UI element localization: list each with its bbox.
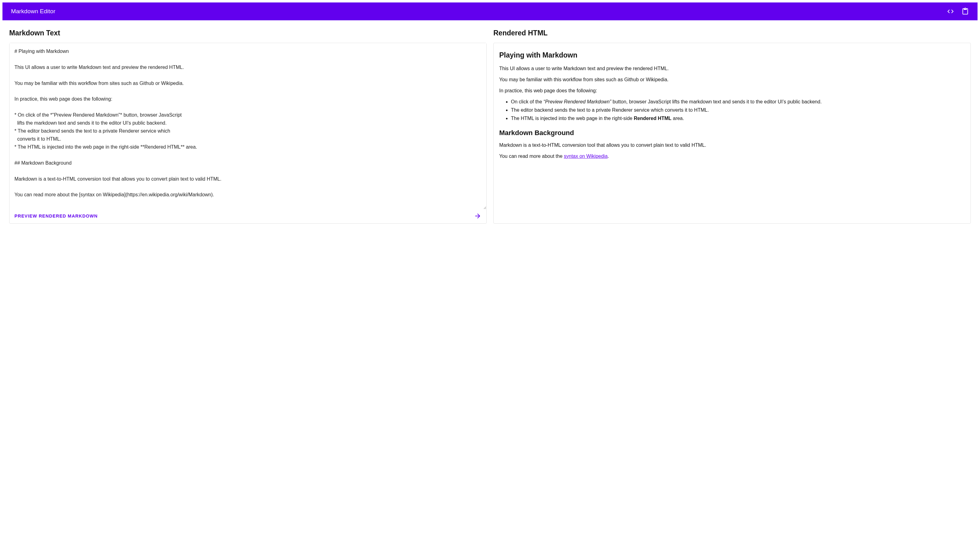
rendered-h1: Playing with Markdown xyxy=(499,50,965,61)
list-item: The editor backend sends the text to a p… xyxy=(511,107,965,114)
editor-actions: Preview Rendered Markdown xyxy=(10,209,486,223)
rendered-ul: On click of the “Preview Rendered Markdo… xyxy=(499,98,965,122)
list-item: The HTML is injected into the web page i… xyxy=(511,115,965,122)
rendered-column: Rendered HTML Playing with Markdown This… xyxy=(493,29,971,224)
clipboard-icon[interactable] xyxy=(962,8,969,15)
rendered-p: You can read more about the syntax on Wi… xyxy=(499,153,965,160)
list-item: On click of the “Preview Rendered Markdo… xyxy=(511,98,965,105)
rendered-heading: Rendered HTML xyxy=(493,29,971,37)
app-bar: Markdown Editor xyxy=(2,2,978,20)
rendered-p: You may be familiar with this workflow f… xyxy=(499,76,965,83)
wikipedia-link[interactable]: syntax on Wikipedia xyxy=(564,153,608,159)
main-content: Markdown Text Preview Rendered Markdown … xyxy=(2,20,978,230)
code-icon[interactable] xyxy=(947,8,954,15)
markdown-textarea[interactable] xyxy=(10,43,486,209)
rendered-p: This UI allows a user to write Markdown … xyxy=(499,65,965,72)
app-bar-actions xyxy=(947,8,969,15)
editor-heading: Markdown Text xyxy=(9,29,487,37)
rendered-card: Playing with Markdown This UI allows a u… xyxy=(493,43,971,224)
editor-card: Preview Rendered Markdown xyxy=(9,43,487,224)
rendered-html-area: Playing with Markdown This UI allows a u… xyxy=(494,43,970,169)
preview-rendered-button[interactable]: Preview Rendered Markdown xyxy=(14,212,98,220)
app-title: Markdown Editor xyxy=(11,8,947,15)
rendered-h2: Markdown Background xyxy=(499,128,965,138)
arrow-right-icon[interactable] xyxy=(474,212,481,220)
rendered-p: Markdown is a text-to-HTML conversion to… xyxy=(499,142,965,149)
rendered-p: In practice, this web page does the foll… xyxy=(499,87,965,94)
editor-column: Markdown Text Preview Rendered Markdown xyxy=(9,29,487,224)
